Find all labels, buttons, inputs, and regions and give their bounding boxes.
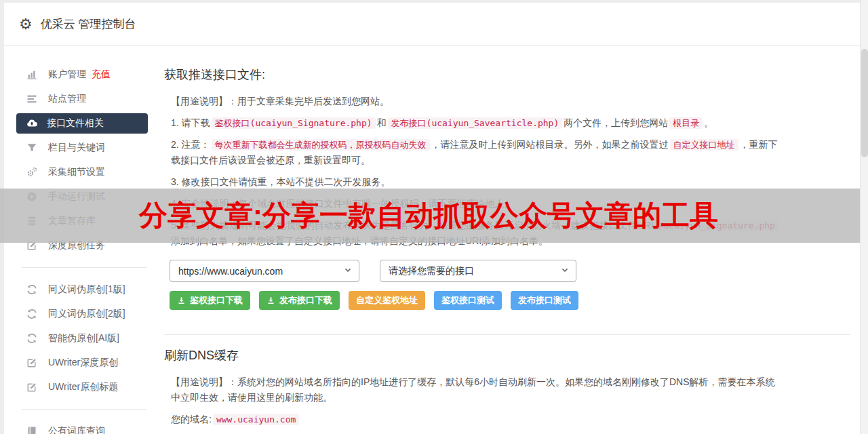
instruction-line-1: 1. 请下载鉴权接口(ucaiyun_Signature.php)和发布接口(u…: [171, 115, 780, 131]
recharge-badge[interactable]: 充值: [92, 68, 111, 81]
sidebar-item-label: UWriter深度原创: [48, 357, 118, 369]
sidebar-item-label: UWriter原创标题: [48, 381, 118, 393]
interface-select[interactable]: 请选择您需要的接口: [380, 260, 576, 282]
sync-icon: [26, 333, 38, 344]
auth-download-button[interactable]: 鉴权接口下载: [170, 291, 250, 310]
site-select[interactable]: https://www.ucaiyun.com: [170, 260, 359, 282]
text-segment: 和: [377, 117, 387, 128]
text-segment: ，请注意及时上传到网站根目录。另外，如果之前设置过: [431, 139, 669, 150]
sidebar-item-label: 智能伪原创[AI版]: [48, 332, 119, 344]
site-select-value: https://www.ucaiyun.com: [178, 266, 283, 277]
gear-icon: ⚙: [19, 17, 33, 32]
section-divider: [164, 334, 850, 335]
scrollbar[interactable]: [860, 0, 868, 434]
sidebar-item-label: 同义词伪原创[2版]: [48, 308, 125, 320]
dns-usage-note: 【用途说明】：系统对您的网站域名所指向的IP地址进行了缓存，默认每6小时自动刷新…: [171, 374, 780, 406]
sidebar-item-synonym-v1[interactable]: 同义词伪原创[1版]: [4, 277, 164, 302]
sidebar-item-uwriter-deep[interactable]: UWriter深度原创: [4, 351, 164, 375]
sidebar-item-label: 接口文件相关: [47, 117, 104, 130]
push-section-title: 获取推送接口文件:: [164, 66, 860, 83]
edit-icon: [26, 357, 38, 369]
select-row: https://www.ucaiyun.com 请选择您需要的接口: [170, 260, 860, 282]
sidebar-divider: [22, 267, 146, 268]
gears-icon: [26, 167, 38, 178]
button-label: 鉴权接口测试: [441, 294, 494, 307]
promo-banner: 分享文章:分享一款自动抓取公众号文章的工具: [0, 189, 860, 243]
sidebar-item-label: 同义词伪原创[1版]: [48, 283, 125, 296]
auth-test-button[interactable]: 鉴权接口测试: [434, 291, 502, 310]
sidebar-divider: [22, 409, 146, 410]
filter-icon: [26, 142, 38, 154]
button-label: 鉴权接口下载: [190, 294, 243, 307]
code-regenerate-warning: 每次重新下载都会生成新的授权码，原授权码自动失效: [212, 139, 430, 151]
sidebar-item-sites[interactable]: 站点管理: [4, 87, 164, 111]
bar-chart-icon: [26, 69, 38, 81]
sidebar-item-account[interactable]: 账户管理 充值: [4, 62, 164, 87]
code-root-dir: 根目录: [669, 117, 703, 129]
sidebar-item-ai-original[interactable]: 智能伪原创[AI版]: [4, 326, 164, 351]
sync-icon: [26, 309, 38, 320]
dns-section-title: 刷新DNS缓存: [164, 347, 860, 363]
promo-banner-text: 分享文章:分享一款自动抓取公众号文章的工具: [139, 197, 718, 235]
instruction-line-2: 2. 注意：每次重新下载都会生成新的授权码，原授权码自动失效，请注意及时上传到网…: [171, 137, 780, 168]
site-list-icon: [26, 94, 38, 105]
sidebar-item-label: 栏目与关键词: [48, 142, 105, 154]
sidebar-item-uwriter-title[interactable]: UWriter原创标题: [4, 375, 164, 399]
text-segment: 两个文件，上传到您网站: [564, 117, 668, 128]
cloud-upload-icon: [26, 118, 38, 130]
app-header: ⚙ 优采云 管理控制台: [4, 3, 860, 46]
sync-icon: [26, 284, 38, 296]
download-icon: [177, 296, 186, 305]
publish-test-button[interactable]: 发布接口测试: [511, 291, 578, 310]
text-segment: 2. 注意：: [171, 139, 210, 150]
chevron-down-icon: [560, 265, 570, 277]
usage-note: 【用途说明】：用于文章采集完毕后发送到您网站。: [171, 94, 780, 109]
button-label: 发布接口下载: [279, 294, 332, 307]
text-segment: 。: [704, 117, 713, 128]
button-label: 发布接口测试: [518, 294, 571, 307]
button-label: 自定义鉴权地址: [356, 294, 418, 307]
custom-auth-address-button[interactable]: 自定义鉴权地址: [349, 291, 425, 310]
sidebar-item-label: 站点管理: [48, 93, 86, 105]
scrollbar-thumb[interactable]: [861, 49, 868, 157]
sidebar-item-label: 采集细节设置: [48, 166, 105, 178]
sidebar-item-columns-keywords[interactable]: 栏目与关键词: [4, 136, 164, 160]
sidebar-item-label: 公有词库查询: [48, 425, 105, 434]
download-icon: [267, 296, 275, 305]
book-icon: [26, 426, 38, 434]
sidebar-item-synonym-v2[interactable]: 同义词伪原创[2版]: [4, 302, 164, 326]
publish-download-button[interactable]: 发布接口下载: [259, 291, 340, 310]
sidebar-item-label: 账户管理: [48, 68, 86, 81]
sidebar-item-collect-settings[interactable]: 采集细节设置: [4, 160, 164, 184]
chevron-down-icon: [343, 265, 353, 277]
code-custom-api-address: 自定义接口地址: [670, 139, 738, 151]
sidebar-item-interface-files[interactable]: 接口文件相关: [16, 113, 148, 134]
interface-select-value: 请选择您需要的接口: [389, 265, 474, 277]
sidebar-item-public-lexicon[interactable]: 公有词库查询: [4, 419, 164, 434]
domain-code: www.ucaiyun.com: [213, 414, 299, 425]
dns-domain-line: 您的域名:www.ucaiyun.com: [171, 412, 780, 427]
edit-icon: [26, 382, 38, 393]
code-publish-file: 发布接口(ucaiyun_Savearticle.php): [388, 117, 563, 129]
text-segment: 1. 请下载: [171, 117, 210, 128]
instruction-line-3: 3. 修改接口文件请慎重，本站不提供二次开发服务。: [171, 174, 780, 190]
button-row: 鉴权接口下载 发布接口下载 自定义鉴权地址 鉴权接口测试 发布接口测试: [170, 291, 860, 310]
domain-label: 您的域名:: [171, 414, 212, 425]
app-title: 优采云 管理控制台: [41, 16, 136, 32]
code-auth-file: 鉴权接口(ucaiyun_Signature.php): [212, 117, 376, 129]
